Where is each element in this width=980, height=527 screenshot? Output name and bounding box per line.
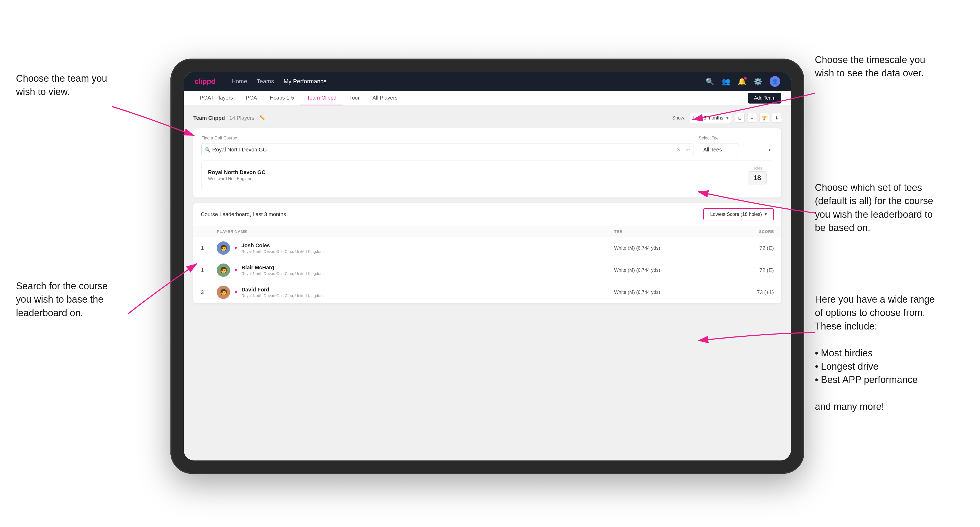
edit-icon[interactable]: ✏️ [259, 115, 266, 121]
tablet-screen: clippd Home Teams My Performance 🔍 👥 🔔 ⚙… [184, 72, 791, 460]
clear-icon[interactable]: ✕ [677, 147, 681, 153]
list-view-btn[interactable]: ≡ [747, 113, 757, 123]
subnav-tour[interactable]: Tour [343, 91, 366, 105]
annotation-top-left: Choose the team you wish to view. [16, 72, 107, 99]
add-team-button[interactable]: Add Team [748, 93, 781, 103]
holes-badge: Holes 18 [748, 166, 767, 184]
annotation-bottom-right: Here you have a wide range of options to… [815, 293, 935, 414]
heart-icon-2[interactable]: ♥ [234, 268, 237, 273]
nav-bar: clippd Home Teams My Performance 🔍 👥 🔔 ⚙… [184, 72, 791, 91]
nav-links: Home Teams My Performance [231, 78, 695, 85]
bullet-3: • Best APP performance [815, 373, 935, 386]
player-info-1: 🧑 ♥ Josh Coles Royal North Devon Golf Cl… [217, 241, 614, 255]
notification-badge [743, 76, 747, 80]
grid-view-btn[interactable]: ⊞ [735, 113, 745, 123]
settings-icon[interactable]: ⚙️ [754, 78, 762, 86]
player-rank-1: 1 [201, 245, 217, 251]
course-name: Royal North Devon GC [208, 169, 266, 175]
player-club-1: Royal North Devon Golf Club, United King… [242, 249, 323, 254]
subnav-pgat-players[interactable]: PGAT Players [193, 91, 239, 105]
star-icon[interactable]: ☆ [686, 147, 690, 153]
heart-icon-3[interactable]: ♥ [234, 290, 237, 295]
show-label: Show: [672, 115, 686, 121]
course-search-input[interactable] [201, 143, 694, 156]
tee-label: Select Tee [699, 136, 773, 141]
bullet-1: • Most birdies [815, 346, 935, 360]
player-info-2: 🧑 ♥ Blair McHarg Royal North Devon Golf … [217, 264, 614, 277]
player-rank-3: 3 [201, 289, 217, 295]
player-score-2: 72 (E) [721, 267, 774, 273]
view-icons: ⊞ ≡ 🏆 ⬇ [735, 113, 781, 123]
heart-icon-1[interactable]: ♥ [234, 245, 237, 251]
player-name-2: Blair McHarg [242, 265, 323, 271]
bullet-2: • Longest drive [815, 360, 935, 373]
table-row: 3 🧑 ♥ David Ford Royal North Devon Golf … [193, 281, 781, 303]
holes-label: Holes [748, 166, 767, 170]
course-result: Royal North Devon GC Westward Hol, Engla… [201, 160, 773, 190]
tee-section: Select Tee All Tees White (M) Yellow (M)… [699, 136, 773, 156]
player-score-3: 73 (+1) [721, 289, 774, 295]
download-btn[interactable]: ⬇ [772, 113, 781, 123]
player-tee-2: White (M) (6,744 yds) [614, 268, 721, 273]
leaderboard-col-headers: PLAYER NAME TEE SCORE [193, 226, 781, 237]
course-search-card: Find a Golf Course 🔍 ✕ ☆ Select Tee Al [193, 128, 781, 197]
sub-nav: PGAT Players PGA Hcaps 1-5 Team Clippd T… [184, 91, 791, 105]
people-icon[interactable]: 👥 [722, 78, 730, 86]
leaderboard-card: Course Leaderboard, Last 3 months Lowest… [193, 203, 781, 303]
find-golf-course-label: Find a Golf Course [201, 136, 694, 141]
subnav-pga[interactable]: PGA [239, 91, 263, 105]
tee-select[interactable]: All Tees White (M) Yellow (M) Red (F) [699, 143, 739, 156]
team-header: Team Clippd | 14 Players ✏️ Show: Last 3… [193, 113, 781, 123]
player-details-2: Blair McHarg Royal North Devon Golf Club… [242, 265, 323, 276]
col-header-rank [201, 229, 217, 234]
subnav-hcaps[interactable]: Hcaps 1-5 [263, 91, 301, 105]
table-row: 1 🧑 ♥ Josh Coles Royal North Devon Golf … [193, 237, 781, 259]
player-details-3: David Ford Royal North Devon Golf Club, … [242, 287, 323, 298]
score-filter-button[interactable]: Lowest Score (18 holes) ▾ [703, 208, 774, 221]
subnav-all-players[interactable]: All Players [366, 91, 404, 105]
player-tee-3: White (M) (6,744 yds) [614, 290, 721, 295]
player-score-1: 72 (E) [721, 245, 774, 251]
table-row: 1 🧑 ♥ Blair McHarg Royal North Devon Gol… [193, 259, 781, 281]
user-avatar[interactable]: 👤 [770, 76, 780, 87]
leaderboard-header: Course Leaderboard, Last 3 months Lowest… [193, 203, 781, 226]
show-dropdown[interactable]: Last 3 months Last month Last 6 months L… [689, 113, 731, 123]
player-name-3: David Ford [242, 287, 323, 293]
annotation-bottom-left: Search for the course you wish to base t… [16, 279, 108, 320]
player-club-2: Royal North Devon Golf Club, United King… [242, 271, 323, 276]
nav-home[interactable]: Home [231, 78, 247, 85]
nav-teams[interactable]: Teams [257, 78, 274, 85]
player-rank-2: 1 [201, 267, 217, 273]
search-icon[interactable]: 🔍 [706, 78, 714, 86]
player-avatar-3: 🧑 [217, 286, 230, 299]
player-details-1: Josh Coles Royal North Devon Golf Club, … [242, 243, 323, 254]
subnav-team-clippd[interactable]: Team Clippd [301, 91, 343, 105]
show-dropdown-wrapper[interactable]: Last 3 months Last month Last 6 months L… [689, 113, 731, 123]
dropdown-chevron-icon: ▾ [765, 211, 767, 217]
player-name-1: Josh Coles [242, 243, 323, 249]
annotation-middle-right: Choose which set of tees (default is all… [815, 181, 933, 235]
player-club-3: Royal North Devon Golf Club, United King… [242, 293, 323, 298]
col-header-player: PLAYER NAME [217, 229, 614, 234]
player-count: | 14 Players [226, 115, 254, 121]
annotation-top-right: Choose the timescale you wish to see the… [815, 53, 925, 80]
player-info-3: 🧑 ♥ David Ford Royal North Devon Golf Cl… [217, 286, 614, 299]
show-control: Show: Last 3 months Last month Last 6 mo… [672, 113, 781, 123]
tablet-device: clippd Home Teams My Performance 🔍 👥 🔔 ⚙… [170, 59, 804, 474]
course-location: Westward Hol, England [208, 176, 266, 181]
course-result-info: Royal North Devon GC Westward Hol, Engla… [208, 169, 266, 181]
notification-icon[interactable]: 🔔 [738, 78, 746, 86]
holes-value: 18 [748, 171, 767, 184]
team-title: Team Clippd | 14 Players [193, 115, 254, 121]
leaderboard-title: Course Leaderboard, Last 3 months [201, 211, 286, 217]
nav-my-performance[interactable]: My Performance [284, 78, 326, 85]
player-avatar-1: 🧑 [217, 241, 230, 255]
app-logo: clippd [194, 77, 215, 86]
col-header-tee: TEE [614, 229, 721, 234]
nav-icons: 🔍 👥 🔔 ⚙️ 👤 [706, 76, 780, 87]
player-tee-1: White (M) (6,744 yds) [614, 245, 721, 251]
trophy-view-btn[interactable]: 🏆 [759, 113, 769, 123]
tee-select-wrapper[interactable]: All Tees White (M) Yellow (M) Red (F) [699, 143, 773, 156]
col-header-score: SCORE [721, 229, 774, 234]
main-content: Team Clippd | 14 Players ✏️ Show: Last 3… [184, 105, 791, 460]
